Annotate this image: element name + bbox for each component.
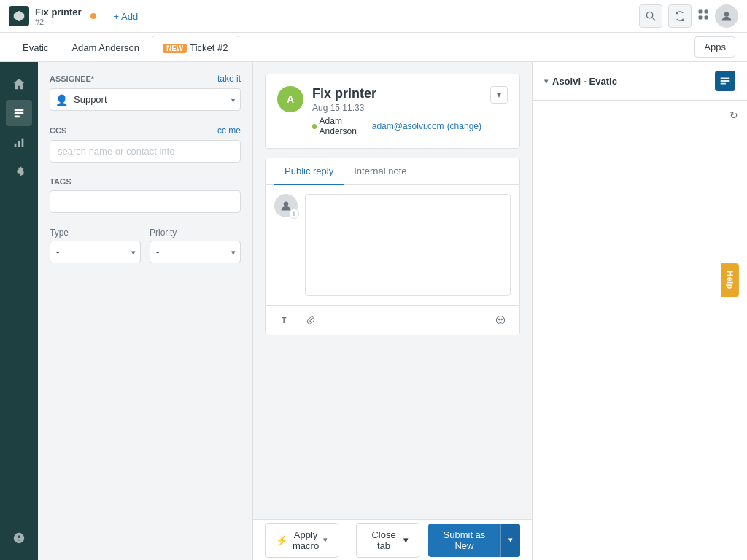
svg-rect-4 — [699, 16, 703, 20]
change-link[interactable]: (change) — [447, 121, 481, 131]
submit-as-new-button[interactable]: Submit as New — [428, 524, 500, 557]
app-logo[interactable] — [9, 6, 29, 26]
lightning-icon: ⚡ — [276, 534, 288, 546]
sidenav-tickets[interactable] — [6, 100, 32, 126]
reply-editor[interactable] — [305, 194, 511, 296]
apply-macro-label: Apply macro — [293, 529, 319, 551]
tab-adam-anderson[interactable]: Adam Anderson — [61, 36, 150, 59]
svg-rect-7 — [15, 109, 24, 112]
priority-select[interactable]: - — [150, 241, 241, 263]
ccs-label: CCs cc me — [50, 125, 241, 136]
svg-rect-11 — [18, 141, 20, 147]
right-panel-header: ▾ Asolvi - Evatic — [533, 62, 747, 101]
priority-select-wrap: - — [150, 241, 241, 263]
svg-point-0 — [646, 12, 652, 18]
type-label: Type — [50, 228, 141, 238]
tab-evatic[interactable]: Evatic — [12, 36, 59, 59]
svg-rect-2 — [699, 10, 703, 14]
submit-button-group: Submit as New ▾ — [428, 524, 520, 557]
message-card: A Fix printer Aug 15 11:33 Adam Anderson… — [265, 74, 520, 149]
refresh-button[interactable] — [668, 4, 692, 28]
type-priority-section: Type - Priority - — [50, 228, 241, 263]
user-avatar[interactable] — [715, 4, 738, 28]
topbar: Fix printer #2 + Add — [0, 0, 747, 33]
bottom-bar: ⚡ Apply macro ▾ Close tab ▾ Submit as Ne… — [253, 519, 532, 560]
tags-section: Tags — [50, 177, 241, 213]
type-select-wrap: - — [50, 241, 141, 263]
add-recipient-button[interactable]: + — [289, 209, 299, 219]
ticket-main: A Fix printer Aug 15 11:33 Adam Anderson… — [253, 62, 532, 560]
svg-point-16 — [499, 319, 500, 319]
svg-rect-9 — [15, 116, 20, 118]
sidenav — [0, 62, 38, 560]
author-name: Adam Anderson — [320, 116, 369, 136]
tab-badge-new: NEW — [163, 44, 187, 53]
cc-me-link[interactable]: cc me — [217, 125, 241, 136]
message-header: A Fix printer Aug 15 11:33 Adam Anderson… — [277, 86, 508, 136]
apps-button[interactable]: Apps — [694, 36, 735, 58]
apply-macro-button[interactable]: ⚡ Apply macro ▾ — [265, 523, 338, 558]
type-col: Type - — [50, 228, 141, 263]
svg-rect-5 — [705, 16, 708, 20]
close-tab-arrow-icon: ▾ — [403, 534, 409, 545]
message-dropdown-button[interactable]: ▾ — [490, 86, 508, 104]
sidenav-home[interactable] — [6, 71, 32, 97]
author-email[interactable]: adam@asolvi.com — [372, 121, 444, 131]
status-dot — [90, 13, 96, 19]
type-priority-row: Type - Priority - — [50, 228, 241, 263]
tab-internal-note[interactable]: Internal note — [344, 158, 417, 185]
ticket-content: A Fix printer Aug 15 11:33 Adam Anderson… — [253, 62, 532, 519]
tags-label: Tags — [50, 177, 241, 186]
tags-input[interactable] — [50, 190, 241, 213]
ticket-title: Fix printer — [35, 7, 82, 18]
ccs-input[interactable] — [50, 140, 241, 163]
evatic-logo — [715, 71, 735, 91]
sidenav-settings[interactable] — [6, 158, 32, 184]
reply-tabs: Public reply Internal note — [266, 158, 519, 185]
priority-label: Priority — [150, 228, 241, 238]
text-format-button[interactable]: T — [274, 310, 295, 330]
tabbar: Evatic Adam Anderson NEWTicket #2 Apps — [0, 33, 747, 62]
message-avatar: A — [277, 86, 303, 112]
reply-toolbar: T — [266, 305, 519, 335]
right-panel-refresh-button[interactable]: ↻ — [729, 109, 738, 121]
type-select[interactable]: - — [50, 241, 141, 263]
sidenav-support[interactable] — [6, 525, 32, 551]
take-it-link[interactable]: take it — [217, 74, 241, 84]
sidenav-reports[interactable] — [6, 129, 32, 155]
help-button[interactable]: Help — [721, 263, 739, 297]
right-panel: ▾ Asolvi - Evatic ↻ — [532, 62, 747, 560]
reply-card: Public reply Internal note + T — [265, 158, 520, 335]
assignee-select-wrap: 👤 Support ▾ — [50, 88, 241, 111]
priority-col: Priority - — [150, 228, 241, 263]
submit-dropdown-arrow-icon: ▾ — [508, 535, 513, 544]
ticket-number: #2 — [35, 18, 82, 26]
assignee-select[interactable]: Support — [50, 88, 241, 111]
reply-body: + — [266, 185, 519, 305]
right-panel-title-button[interactable]: ▾ Asolvi - Evatic — [544, 76, 617, 87]
svg-point-6 — [724, 12, 729, 16]
ticket-info: Fix printer #2 — [35, 7, 82, 26]
submit-dropdown-button[interactable]: ▾ — [500, 524, 520, 557]
tab-public-reply[interactable]: Public reply — [274, 158, 344, 185]
assignee-section: Assignee* take it 👤 Support ▾ — [50, 74, 241, 111]
search-button[interactable] — [639, 4, 662, 28]
grid-icon[interactable] — [697, 9, 709, 23]
emoji-button[interactable] — [490, 310, 511, 330]
svg-rect-3 — [705, 10, 708, 14]
svg-point-13 — [284, 201, 288, 206]
add-button[interactable]: + Add — [108, 8, 144, 25]
right-panel-chevron-icon: ▾ — [544, 77, 548, 85]
svg-line-1 — [652, 18, 655, 20]
close-tab-button[interactable]: Close tab ▾ — [356, 523, 419, 558]
assignee-label: Assignee* take it — [50, 74, 241, 84]
svg-rect-8 — [15, 112, 24, 114]
attach-button[interactable] — [301, 310, 321, 330]
svg-rect-12 — [22, 139, 24, 147]
message-date: Aug 15 11:33 — [312, 103, 481, 113]
ccs-section: CCs cc me — [50, 125, 241, 163]
message-meta: Fix printer Aug 15 11:33 Adam Anderson a… — [312, 86, 481, 136]
svg-rect-10 — [15, 144, 17, 147]
tab-ticket2[interactable]: NEWTicket #2 — [152, 36, 239, 59]
ticket-sidebar: Assignee* take it 👤 Support ▾ CCs cc me … — [38, 62, 253, 560]
